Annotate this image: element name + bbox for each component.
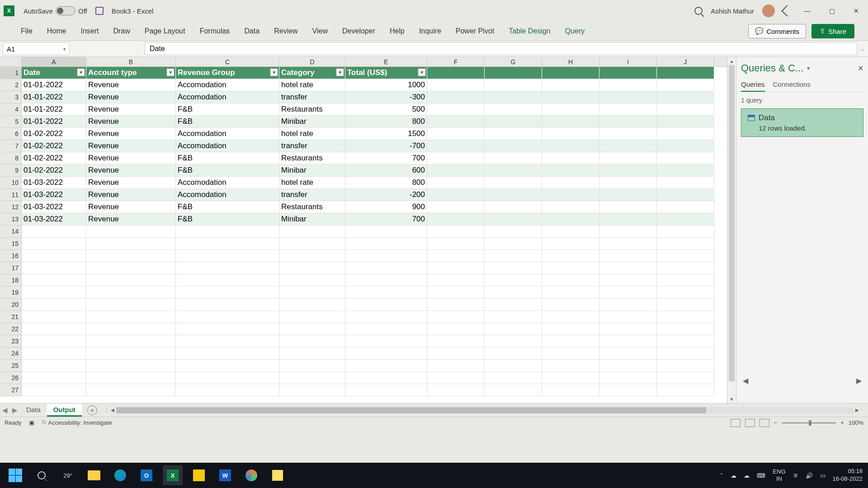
pane-scroll-right-icon[interactable]: ▶ (856, 376, 862, 385)
cell[interactable] (427, 164, 485, 177)
cell[interactable] (485, 250, 542, 262)
cell[interactable] (542, 225, 599, 238)
cell[interactable] (485, 103, 542, 116)
cell[interactable] (345, 323, 427, 335)
page-break-button[interactable] (760, 419, 769, 427)
row-header[interactable]: 12 (0, 201, 22, 213)
select-all-corner[interactable] (0, 57, 22, 66)
ribbon-tab-insert[interactable]: Insert (73, 23, 106, 39)
cell[interactable] (427, 103, 485, 116)
word-icon[interactable]: W (215, 465, 235, 485)
zoom-slider[interactable] (782, 422, 836, 423)
cell[interactable] (599, 67, 657, 79)
cell[interactable] (542, 79, 599, 91)
row-header[interactable]: 17 (0, 262, 22, 274)
cell[interactable] (485, 286, 542, 299)
vertical-scrollbar[interactable]: ▲ ▼ (727, 57, 736, 403)
cell[interactable] (485, 299, 542, 311)
cell[interactable] (427, 347, 485, 360)
cell[interactable] (22, 347, 86, 360)
cell[interactable] (427, 238, 485, 250)
cell[interactable]: transfer (279, 189, 345, 201)
cell[interactable] (22, 372, 86, 384)
row-header[interactable]: 1 (0, 67, 22, 79)
battery-icon[interactable]: ▭ (820, 472, 826, 479)
cell[interactable] (485, 238, 542, 250)
row-header[interactable]: 9 (0, 164, 22, 177)
cell[interactable]: 01-01-2022 (22, 79, 86, 91)
column-header[interactable]: F (427, 57, 485, 66)
cell[interactable] (657, 103, 714, 116)
toggle-switch[interactable] (56, 6, 75, 15)
cell[interactable] (279, 274, 345, 286)
cell[interactable]: Total (US$)▾ (345, 67, 427, 79)
cell[interactable] (542, 91, 599, 103)
cell[interactable] (427, 201, 485, 213)
cell[interactable]: -200 (345, 189, 427, 201)
cell[interactable] (345, 250, 427, 262)
cell[interactable]: Revenue (86, 177, 176, 189)
cell[interactable] (485, 67, 542, 79)
row-header[interactable]: 20 (0, 299, 22, 311)
cell[interactable] (176, 347, 279, 360)
cell[interactable] (542, 360, 599, 372)
cell[interactable]: 01-02-2022 (22, 164, 86, 177)
cell[interactable] (427, 189, 485, 201)
close-pane-button[interactable]: ✕ (858, 64, 863, 73)
cell[interactable] (542, 140, 599, 152)
cell[interactable] (427, 225, 485, 238)
scroll-up-icon[interactable]: ▲ (727, 57, 736, 65)
cell[interactable] (176, 286, 279, 299)
cell[interactable] (542, 335, 599, 347)
cell[interactable]: 500 (345, 103, 427, 116)
ribbon-tab-query[interactable]: Query (558, 23, 592, 39)
ribbon-tab-developer[interactable]: Developer (335, 23, 382, 39)
ribbon-tab-inquire[interactable]: Inquire (412, 23, 448, 39)
normal-view-button[interactable] (731, 419, 741, 427)
cell[interactable] (86, 323, 176, 335)
cell[interactable] (599, 91, 657, 103)
cell[interactable]: hotel rate (279, 128, 345, 140)
formula-expand-icon[interactable]: ⌄ (857, 47, 868, 52)
paint-icon[interactable] (241, 465, 261, 485)
cell[interactable] (657, 164, 714, 177)
cell[interactable] (542, 286, 599, 299)
cell[interactable]: 01-01-2022 (22, 91, 86, 103)
cell[interactable] (279, 311, 345, 323)
cell[interactable] (86, 372, 176, 384)
cell[interactable]: Minibar (279, 116, 345, 128)
cell[interactable]: Revenue (86, 140, 176, 152)
cell[interactable]: 900 (345, 201, 427, 213)
cell[interactable]: 700 (345, 213, 427, 225)
cell[interactable] (22, 286, 86, 299)
cell[interactable] (176, 250, 279, 262)
cell[interactable] (599, 140, 657, 152)
cell[interactable] (599, 152, 657, 164)
cell[interactable] (542, 274, 599, 286)
cell[interactable]: 01-01-2022 (22, 116, 86, 128)
cell[interactable] (345, 372, 427, 384)
clock[interactable]: 05:18 16-08-2022 (833, 468, 863, 483)
cell[interactable] (657, 323, 714, 335)
language-indicator[interactable]: ENG IN (773, 468, 785, 482)
cell[interactable] (427, 152, 485, 164)
ribbon-tab-table-design[interactable]: Table Design (501, 23, 558, 39)
cell[interactable] (427, 384, 485, 396)
cell[interactable] (599, 335, 657, 347)
taskbar-search-icon[interactable] (32, 465, 52, 485)
cell[interactable] (485, 177, 542, 189)
cell[interactable] (427, 128, 485, 140)
row-header[interactable]: 21 (0, 311, 22, 323)
cell[interactable] (657, 250, 714, 262)
cell[interactable] (86, 299, 176, 311)
cell[interactable] (22, 262, 86, 274)
cell[interactable] (657, 140, 714, 152)
cell[interactable] (485, 347, 542, 360)
cell[interactable] (345, 299, 427, 311)
cell[interactable] (599, 177, 657, 189)
cell[interactable] (427, 311, 485, 323)
cell[interactable] (485, 225, 542, 238)
column-header[interactable]: G (485, 57, 542, 66)
cell[interactable] (345, 311, 427, 323)
cell[interactable] (279, 299, 345, 311)
